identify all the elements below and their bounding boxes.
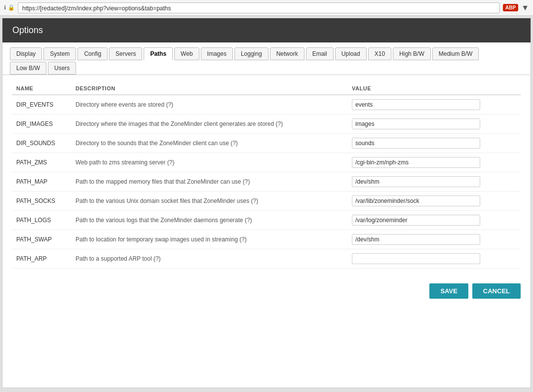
row-desc-dir_events: Directory where events are stored (?) [72,95,348,115]
value-input-path_socks[interactable] [352,196,480,206]
tab-users[interactable]: Users [48,62,76,75]
value-input-path_zms[interactable] [352,157,480,168]
tab-system[interactable]: System [43,47,76,60]
row-name-path_socks: PATH_SOCKS [12,192,72,211]
url-bar[interactable]: https://[redacted]/zm/index.php?view=opt… [18,2,500,13]
row-value-cell-path_socks [348,192,521,211]
value-input-path_arp[interactable] [352,253,480,264]
tab-servers[interactable]: Servers [109,47,142,60]
row-value-cell-dir_events [348,95,521,115]
row-value-cell-path_logs [348,211,521,230]
row-desc-path_arp: Path to a supported ARP tool (?) [72,249,348,269]
lock-icon: 🔒 [8,4,15,11]
tab-low-bw[interactable]: Low B/W [10,62,46,75]
tab-x10[interactable]: X10 [368,47,391,60]
tab-upload[interactable]: Upload [335,47,367,60]
row-desc-path_logs: Path to the various logs that the ZoneMi… [72,211,348,230]
page-header: Options [2,18,531,42]
row-name-path_map: PATH_MAP [12,172,72,192]
row-name-path_swap: PATH_SWAP [12,230,72,249]
value-input-path_logs[interactable] [352,215,480,226]
row-name-dir_images: DIR_IMAGES [12,115,72,134]
page-title: Options [12,25,43,35]
row-name-path_logs: PATH_LOGS [12,211,72,230]
row-name-path_zms: PATH_ZMS [12,153,72,172]
tab-images[interactable]: Images [201,47,233,60]
table-row: PATH_MAPPath to the mapped memory files … [12,172,521,192]
browser-menu[interactable]: ▼ [521,3,529,12]
table-row: PATH_SWAPPath to location for temporary … [12,230,521,249]
tab-high-bw[interactable]: High B/W [393,47,431,60]
content-area: NAME DESCRIPTION VALUE DIR_EVENTSDirecto… [2,75,531,276]
tab-network[interactable]: Network [270,47,305,60]
value-input-dir_events[interactable] [352,99,480,110]
table-row: PATH_ZMSWeb path to zms streaming server… [12,153,521,172]
browser-icons: ℹ 🔒 [4,4,15,11]
col-header-value: VALUE [348,82,521,95]
col-header-name: NAME [12,82,72,95]
value-input-dir_sounds[interactable] [352,138,480,149]
value-input-dir_images[interactable] [352,118,480,129]
save-button[interactable]: SAVE [429,283,468,299]
row-name-path_arp: PATH_ARP [12,249,72,269]
row-value-cell-path_arp [348,249,521,269]
table-row: DIR_IMAGESDirectory where the images tha… [12,115,521,134]
col-header-description: DESCRIPTION [72,82,348,95]
table-row: DIR_SOUNDSDirectory to the sounds that t… [12,134,521,153]
table-row: PATH_SOCKSPath to the various Unix domai… [12,192,521,211]
tab-display[interactable]: Display [10,47,42,60]
table-row: DIR_EVENTSDirectory where events are sto… [12,95,521,115]
tab-paths[interactable]: Paths [144,47,173,60]
row-desc-path_map: Path to the mapped memory files that tha… [72,172,348,192]
row-desc-dir_images: Directory where the images that the Zone… [72,115,348,134]
buttons-row: SAVE CANCEL [2,276,531,306]
row-desc-path_zms: Web path to zms streaming server (?) [72,153,348,172]
row-value-cell-path_map [348,172,521,192]
main-container: Options Display System Config Servers Pa… [2,18,531,388]
info-icon: ℹ [4,4,6,11]
tab-logging[interactable]: Logging [234,47,268,60]
browser-bar: ℹ 🔒 https://[redacted]/zm/index.php?view… [0,0,533,16]
tab-email[interactable]: Email [306,47,334,60]
paths-table: NAME DESCRIPTION VALUE DIR_EVENTSDirecto… [12,82,521,269]
row-value-cell-path_swap [348,230,521,249]
value-input-path_map[interactable] [352,176,480,187]
row-name-dir_events: DIR_EVENTS [12,95,72,115]
tab-medium-bw[interactable]: Medium B/W [432,47,479,60]
tab-web[interactable]: Web [174,47,199,60]
table-row: PATH_LOGSPath to the various logs that t… [12,211,521,230]
tab-config[interactable]: Config [77,47,108,60]
row-value-cell-dir_images [348,115,521,134]
abp-badge[interactable]: ABP [503,4,518,11]
tabs-container: Display System Config Servers Paths Web … [2,42,531,75]
row-value-cell-dir_sounds [348,134,521,153]
row-desc-dir_sounds: Directory to the sounds that the ZoneMin… [72,134,348,153]
row-name-dir_sounds: DIR_SOUNDS [12,134,72,153]
cancel-button[interactable]: CANCEL [472,283,521,299]
tabs-row2: Low B/W Users [10,62,523,75]
value-input-path_swap[interactable] [352,234,480,245]
row-value-cell-path_zms [348,153,521,172]
tabs-row1: Display System Config Servers Paths Web … [10,47,523,60]
row-desc-path_swap: Path to location for temporary swap imag… [72,230,348,249]
row-desc-path_socks: Path to the various Unix domain socket f… [72,192,348,211]
table-row: PATH_ARPPath to a supported ARP tool (?) [12,249,521,269]
